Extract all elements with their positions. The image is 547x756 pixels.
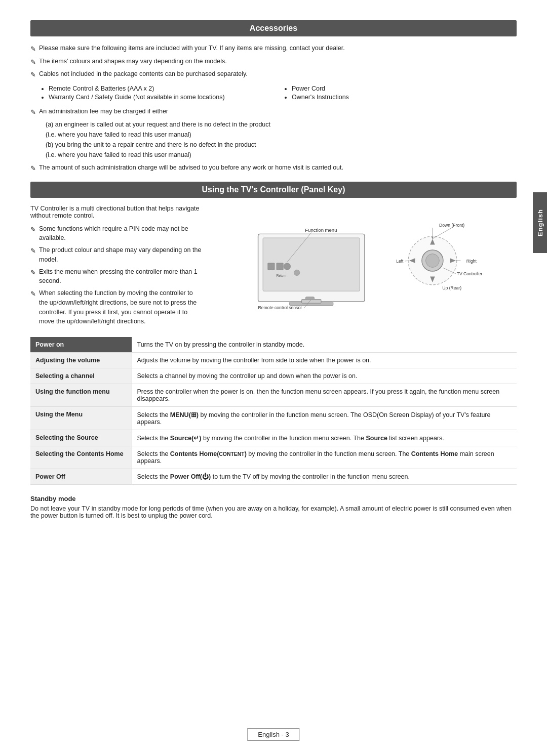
note-icon-admin-footer: ✎ [30, 163, 36, 174]
admin-item-3: (i.e. where you have failed to read this… [46, 150, 517, 160]
bullet-power-cord: Power Cord [292, 85, 517, 92]
svg-rect-5 [277, 263, 283, 269]
admin-item-2: (b) you bring the unit to a repair centr… [46, 140, 517, 150]
admin-section: ✎ An administration fee may be charged i… [30, 107, 517, 174]
table-cell-power-off-desc: Selects the Power Off(⏻) to turn the TV … [132, 469, 517, 485]
svg-point-7 [294, 270, 299, 275]
svg-text:Left: Left [396, 258, 404, 263]
table-cell-menu-desc: Selects the MENU(⊞) by moving the contro… [132, 407, 517, 430]
admin-footer: ✎ The amount of such administration char… [30, 163, 517, 174]
svg-rect-28 [305, 297, 314, 300]
ctrl-note-icon-1: ✎ [30, 246, 36, 256]
standby-text: Do not leave your TV in standby mode for… [30, 505, 517, 519]
ctrl-note-3: ✎ When selecting the function by moving … [30, 288, 203, 326]
ctrl-note-0: ✎ Some functions which require a PIN cod… [30, 224, 203, 243]
table-cell-source-label: Selecting the Source [30, 430, 132, 446]
table-cell-menu-label: Using the Menu [30, 407, 132, 430]
bullet-remote: Remote Control & Batteries (AAA x 2) [49, 85, 274, 92]
accessories-section: Accessories ✎ Please make sure the follo… [30, 20, 517, 174]
table-row-menu: Using the Menu Selects the MENU(⊞) by mo… [30, 407, 517, 430]
svg-text:Remote control sensor: Remote control sensor [258, 305, 302, 310]
accessories-note-3: ✎ Cables not included in the package con… [30, 69, 517, 80]
accessories-title: Accessories [30, 20, 517, 36]
function-table: Power on Turns the TV on by pressing the… [30, 337, 517, 485]
table-cell-volume-desc: Adjusts the volume by moving the control… [132, 353, 517, 368]
table-row-channel: Selecting a channel Selects a channel by… [30, 368, 517, 384]
note-icon-3: ✎ [30, 70, 36, 80]
ctrl-note-icon-0: ✎ [30, 225, 36, 235]
tv-diagram: Return Function menu Down (Front) [213, 205, 517, 316]
svg-rect-4 [268, 263, 275, 269]
note-icon-admin: ✎ [30, 107, 36, 117]
admin-item-1: (i.e. where you have failed to read this… [46, 130, 517, 140]
table-cell-volume-label: Adjusting the volume [30, 353, 132, 368]
ctrl-note-2: ✎ Exits the menu when pressing the contr… [30, 267, 203, 286]
table-cell-contents-home-desc: Selects the Contents Home(CONTENT) by mo… [132, 446, 517, 469]
accessories-bullets: Remote Control & Batteries (AAA x 2) Pow… [41, 85, 517, 101]
svg-line-23 [433, 227, 452, 238]
table-row-function-menu: Using the function menu Press the contro… [30, 384, 517, 407]
ctrl-note-icon-3: ✎ [30, 289, 36, 299]
function-menu-label: Function menu [305, 227, 337, 232]
table-row-power-off: Power Off Selects the Power Off(⏻) to tu… [30, 469, 517, 485]
controller-intro: TV Controller is a multi directional but… [30, 205, 203, 219]
controller-section: Using the TV's Controller (Panel Key) TV… [30, 182, 517, 485]
admin-note-header: ✎ An administration fee may be charged i… [30, 107, 517, 117]
table-cell-channel-label: Selecting a channel [30, 368, 132, 384]
bullet-warranty: Warranty Card / Safety Guide (Not availa… [49, 94, 274, 101]
bullet-owners: Owner's Instructions [292, 94, 517, 101]
standby-section: Standby mode Do not leave your TV in sta… [30, 495, 517, 519]
controller-notes: ✎ Some functions which require a PIN cod… [30, 224, 203, 327]
table-row-volume: Adjusting the volume Adjusts the volume … [30, 353, 517, 368]
table-cell-function-menu-label: Using the function menu [30, 384, 132, 407]
controller-title: Using the TV's Controller (Panel Key) [30, 182, 517, 198]
table-cell-power-on-desc: Turns the TV on by pressing the controll… [132, 337, 517, 353]
table-cell-source-desc: Selects the Source(↵) by moving the cont… [132, 430, 517, 446]
table-cell-contents-home-label: Selecting the Contents Home [30, 446, 132, 469]
left-col: TV Controller is a multi directional but… [30, 205, 203, 329]
svg-point-6 [284, 263, 290, 269]
ctrl-note-1: ✎ The product colour and shape may vary … [30, 245, 203, 265]
ctrl-note-icon-2: ✎ [30, 268, 36, 278]
svg-point-13 [426, 254, 440, 267]
table-cell-power-off-label: Power Off [30, 469, 132, 485]
svg-text:Return: Return [276, 273, 286, 277]
table-row-contents-home: Selecting the Contents Home Selects the … [30, 446, 517, 469]
standby-title: Standby mode [30, 495, 517, 502]
svg-text:Up (Rear): Up (Rear) [442, 285, 461, 290]
note-icon-1: ✎ [30, 44, 36, 54]
svg-text:TV Controller: TV Controller [457, 271, 483, 276]
two-col-layout: TV Controller is a multi directional but… [30, 205, 517, 329]
table-cell-function-menu-desc: Press the controller when the power is o… [132, 384, 517, 407]
side-tab-english: English [533, 192, 547, 253]
table-row-power-on: Power on Turns the TV on by pressing the… [30, 337, 517, 353]
note-icon-2: ✎ [30, 57, 36, 67]
admin-item-0: (a) an engineer is called out at your re… [46, 119, 517, 130]
page-container: English Accessories ✎ Please make sure t… [0, 0, 547, 756]
accessories-note-1: ✎ Please make sure the following items a… [30, 44, 517, 54]
page-footer: English - 3 [247, 728, 299, 741]
accessories-note-2: ✎ The items' colours and shapes may vary… [30, 57, 517, 67]
table-row-source: Selecting the Source Selects the Source(… [30, 430, 517, 446]
admin-indent: (a) an engineer is called out at your re… [46, 119, 517, 160]
svg-text:Down (Front): Down (Front) [439, 223, 464, 228]
table-cell-power-on-label: Power on [30, 337, 132, 353]
right-col: Return Function menu Down (Front) [213, 205, 517, 329]
svg-text:Right: Right [466, 258, 477, 263]
table-cell-channel-desc: Selects a channel by moving the controll… [132, 368, 517, 384]
